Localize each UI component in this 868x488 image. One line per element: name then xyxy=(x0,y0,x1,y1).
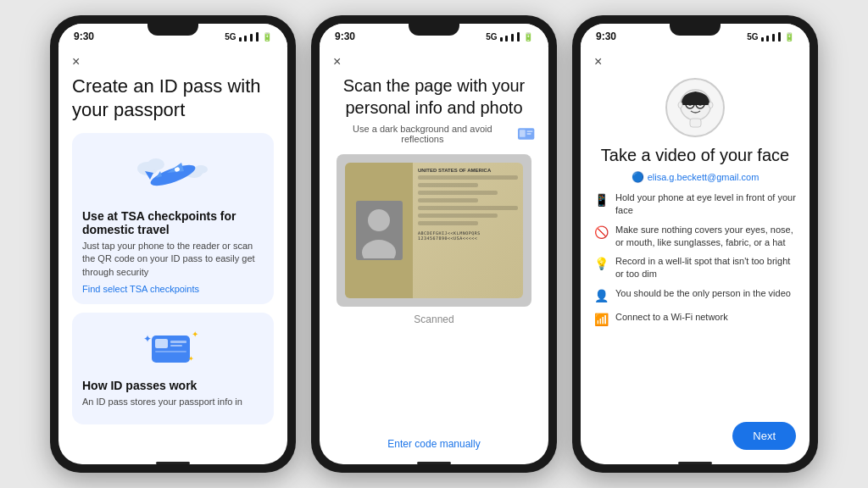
svg-marker-6 xyxy=(167,163,184,173)
passport-icon xyxy=(517,127,535,141)
status-icons-2: 5G 🔋 xyxy=(486,32,533,42)
phone-2-subtitle: Use a dark background and avoid reflecti… xyxy=(333,124,535,144)
bottom-indicator-1 xyxy=(156,462,190,464)
instruction-1: 📱 Hold your phone at eye level in front … xyxy=(594,191,796,217)
phone-level-icon: 📱 xyxy=(594,192,609,208)
passport-line-2 xyxy=(418,183,478,187)
network-2: 5G xyxy=(486,32,497,42)
svg-rect-34 xyxy=(690,119,701,127)
next-btn-container: Next xyxy=(594,415,796,450)
enter-code-btn[interactable]: Enter code manually xyxy=(387,431,480,450)
phone-1-content: × Create an ID pass with your passport xyxy=(58,46,287,457)
network-3: 5G xyxy=(747,32,758,42)
signal-2 xyxy=(500,32,520,42)
scanned-text: Scanned xyxy=(414,313,453,325)
card-how-desc: An ID pass stores your passport info in xyxy=(82,396,264,408)
airplane-svg xyxy=(135,147,211,198)
svg-text:✦: ✦ xyxy=(192,330,198,339)
passport-inner: UNITED STATES OF AMERICA ABCDEFGHIJ<<KLM… xyxy=(345,163,523,298)
wifi-icon: 📶 xyxy=(594,312,609,328)
phone-2-title: Scan the page with your personal info an… xyxy=(333,75,535,119)
close-btn-2[interactable]: × xyxy=(333,54,350,69)
phone-1-title: Create an ID pass with your passport xyxy=(72,75,274,121)
svg-rect-13 xyxy=(155,351,186,352)
svg-text:✦: ✦ xyxy=(188,355,194,363)
passport-line-6 xyxy=(418,214,498,218)
svg-rect-18 xyxy=(520,130,526,137)
instruction-2-text: Make sure nothing covers your eyes, nose… xyxy=(615,224,796,249)
light-icon: 💡 xyxy=(594,256,609,272)
card-tsa-title: Use at TSA checkpoints for domestic trav… xyxy=(82,209,264,236)
time-1: 9:30 xyxy=(74,30,94,42)
phones-container: 9:30 5G 🔋 × Create an ID pass with your … xyxy=(0,0,868,488)
time-3: 9:30 xyxy=(596,30,616,42)
instruction-3-text: Record in a well-lit spot that isn't too… xyxy=(615,255,796,280)
passport-right: UNITED STATES OF AMERICA ABCDEFGHIJ<<KLM… xyxy=(413,163,523,298)
close-btn-3[interactable]: × xyxy=(594,54,611,69)
passport-line-3 xyxy=(418,191,498,195)
svg-point-33 xyxy=(709,102,713,108)
instruction-4: 👤 You should be the only person in the v… xyxy=(594,287,796,304)
passport-left xyxy=(345,163,413,298)
signal-1 xyxy=(239,32,259,42)
card-tsa-desc: Just tap your phone to the reader or sca… xyxy=(82,240,264,279)
notch-2 xyxy=(409,24,459,36)
next-button[interactable]: Next xyxy=(732,422,796,450)
instruction-3: 💡 Record in a well-lit spot that isn't t… xyxy=(594,255,796,280)
svg-rect-12 xyxy=(170,345,182,347)
passport-photo xyxy=(356,201,403,260)
no-cover-icon: 🚫 xyxy=(594,225,609,241)
svg-point-32 xyxy=(678,102,682,108)
face-circle xyxy=(665,78,725,137)
passport-line-4 xyxy=(418,198,478,202)
airplane-illustration xyxy=(82,143,264,202)
close-btn-1[interactable]: × xyxy=(72,54,89,69)
instruction-2: 🚫 Make sure nothing covers your eyes, no… xyxy=(594,224,796,249)
id-pass-illustration: ✦ ✦ ✦ xyxy=(82,323,264,374)
face-area xyxy=(594,78,796,137)
svg-point-3 xyxy=(194,165,208,174)
phone-3: 9:30 5G 🔋 × xyxy=(572,15,818,473)
face-svg xyxy=(672,85,719,131)
person-icon: 👤 xyxy=(594,288,609,304)
phone-3-content: × xyxy=(581,46,810,457)
svg-rect-11 xyxy=(170,341,186,343)
instruction-5: 📶 Connect to a Wi-Fi network xyxy=(594,311,796,328)
instruction-4-text: You should be the only person in the vid… xyxy=(615,287,791,300)
phone-3-screen: 9:30 5G 🔋 × xyxy=(581,24,810,464)
status-icons-1: 5G 🔋 xyxy=(225,32,272,42)
bottom-indicator-2 xyxy=(417,462,451,464)
phone-1: 9:30 5G 🔋 × Create an ID pass with your … xyxy=(50,15,296,473)
passport-scan-area: UNITED STATES OF AMERICA ABCDEFGHIJ<<KLM… xyxy=(337,154,531,307)
svg-rect-19 xyxy=(526,130,532,132)
instructions-list: 📱 Hold your phone at eye level in front … xyxy=(594,191,796,415)
time-2: 9:30 xyxy=(335,30,355,42)
svg-point-22 xyxy=(368,209,390,231)
phone-2-screen: 9:30 5G 🔋 × Scan the page with your pers… xyxy=(320,24,548,464)
svg-rect-10 xyxy=(155,339,168,348)
instruction-1-text: Hold your phone at eye level in front of… xyxy=(615,191,796,217)
network-1: 5G xyxy=(225,32,236,42)
email-text: elisa.g.beckett@gmail.com xyxy=(648,172,760,182)
card-how-title: How ID passes work xyxy=(82,379,264,392)
phone-2-content: × Scan the page with your personal info … xyxy=(320,46,548,457)
passport-line-7 xyxy=(418,221,478,225)
google-icon: 🔵 xyxy=(632,171,644,183)
notch-3 xyxy=(670,24,721,36)
phone-1-screen: 9:30 5G 🔋 × Create an ID pass with your … xyxy=(58,24,287,464)
subtitle-text: Use a dark background and avoid reflecti… xyxy=(333,124,512,144)
signal-3 xyxy=(761,32,782,42)
svg-point-1 xyxy=(147,158,164,170)
id-pass-svg: ✦ ✦ ✦ xyxy=(139,325,207,372)
card-how: ✦ ✦ ✦ How ID passes work An ID pass stor… xyxy=(72,313,274,424)
status-icons-3: 5G 🔋 xyxy=(747,32,794,42)
instruction-5-text: Connect to a Wi-Fi network xyxy=(615,311,728,324)
phone-3-title: Take a video of your face xyxy=(594,144,796,166)
svg-rect-20 xyxy=(526,133,531,135)
notch-1 xyxy=(147,24,198,36)
passport-line-1 xyxy=(418,175,518,180)
person-silhouette xyxy=(358,203,400,258)
card-tsa: Use at TSA checkpoints for domestic trav… xyxy=(72,133,274,304)
phone-2: 9:30 5G 🔋 × Scan the page with your pers… xyxy=(311,15,557,473)
card-tsa-link[interactable]: Find select TSA checkpoints xyxy=(82,284,264,294)
